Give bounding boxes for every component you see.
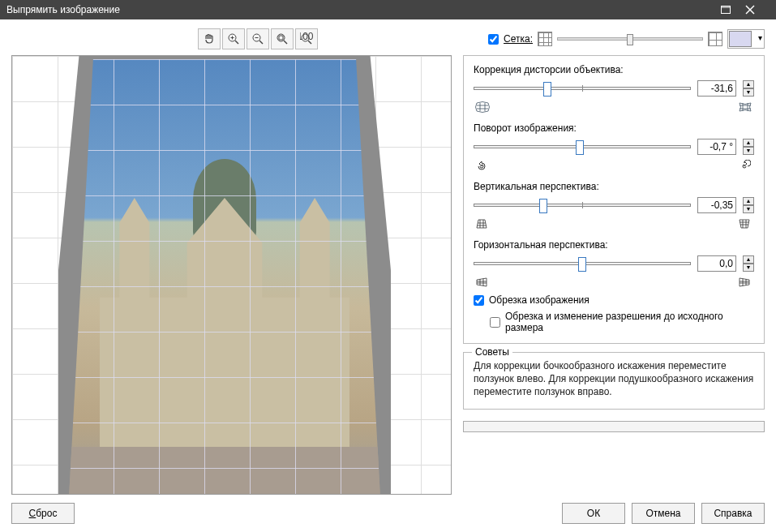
titlebar: Выпрямить изображение	[0, 0, 776, 19]
rotate-label: Поворот изображения:	[474, 122, 754, 134]
lens-label: Коррекция дисторсии объектива:	[474, 64, 754, 75]
vpersp-bottom-icon	[738, 218, 752, 231]
barrel-icon	[475, 101, 490, 114]
zoom-100-button[interactable]: 100	[295, 28, 318, 49]
preview-canvas[interactable]	[11, 55, 452, 495]
vpersp-value[interactable]	[697, 197, 736, 213]
svg-line-5	[235, 41, 238, 44]
lens-spinner[interactable]: ▲▼	[743, 80, 754, 97]
lens-slider[interactable]	[474, 87, 691, 90]
grid-label: Сетка:	[504, 33, 533, 45]
hpersp-value[interactable]	[697, 255, 736, 272]
color-swatch	[729, 31, 752, 47]
rotate-ccw-icon[interactable]	[475, 160, 490, 173]
tips-legend: Советы	[472, 346, 512, 358]
close-button[interactable]	[745, 5, 770, 15]
hpersp-left-icon	[475, 277, 490, 290]
hpersp-spinner[interactable]: ▲▼	[743, 255, 754, 272]
vpersp-label: Вертикальная перспектива:	[474, 181, 754, 192]
vpersp-slider[interactable]	[474, 204, 691, 207]
zoom-fit-button[interactable]	[271, 28, 294, 49]
crop-checkbox[interactable]	[474, 295, 484, 306]
zoom-in-button[interactable]	[222, 28, 245, 49]
rotate-slider[interactable]	[474, 145, 691, 148]
window-title: Выпрямить изображение	[6, 4, 721, 15]
crop-label: Обрезка изображения	[489, 294, 590, 306]
grid-dense-icon[interactable]	[538, 32, 552, 46]
pan-tool-button[interactable]	[198, 28, 221, 49]
tips-text: Для коррекции бочкообразного искажения п…	[474, 359, 754, 399]
svg-text:100: 100	[300, 32, 313, 42]
rotate-cw-icon[interactable]	[738, 160, 752, 173]
tips-group: Советы Для коррекции бочкообразного иска…	[463, 352, 765, 410]
zoom-toolbar: 100	[198, 28, 318, 49]
hpersp-label: Горизонтальная перспектива:	[474, 239, 754, 251]
crop-resize-label: Обрезка и изменение разрешения до исходн…	[505, 311, 754, 333]
lens-value[interactable]	[697, 80, 736, 97]
svg-line-9	[259, 41, 263, 44]
maximize-button[interactable]	[721, 6, 745, 14]
grid-sparse-icon[interactable]	[708, 32, 722, 46]
cancel-button[interactable]: Отмена	[632, 503, 695, 524]
svg-line-12	[284, 41, 287, 44]
zoom-out-button[interactable]	[247, 28, 269, 49]
grid-color-picker[interactable]	[727, 29, 765, 49]
hpersp-right-icon	[738, 277, 752, 290]
rotate-spinner[interactable]: ▲▼	[743, 139, 754, 155]
svg-rect-13	[279, 36, 283, 40]
help-button[interactable]: Справка	[701, 503, 765, 524]
grid-checkbox[interactable]	[488, 34, 499, 45]
reset-button[interactable]: Сброс	[11, 503, 75, 524]
vpersp-spinner[interactable]: ▲▼	[743, 197, 754, 213]
svg-point-11	[277, 34, 285, 41]
grid-size-slider[interactable]	[557, 37, 703, 41]
hpersp-slider[interactable]	[474, 262, 691, 265]
vpersp-top-icon	[475, 218, 490, 231]
rotate-value[interactable]	[697, 139, 736, 155]
corrections-group: Коррекция дисторсии объектива: ▲▼ Поворо…	[463, 55, 765, 344]
progress-bar	[463, 421, 765, 432]
ok-button[interactable]: ОК	[562, 503, 625, 524]
crop-resize-checkbox[interactable]	[490, 317, 500, 328]
pincushion-icon	[738, 101, 752, 114]
